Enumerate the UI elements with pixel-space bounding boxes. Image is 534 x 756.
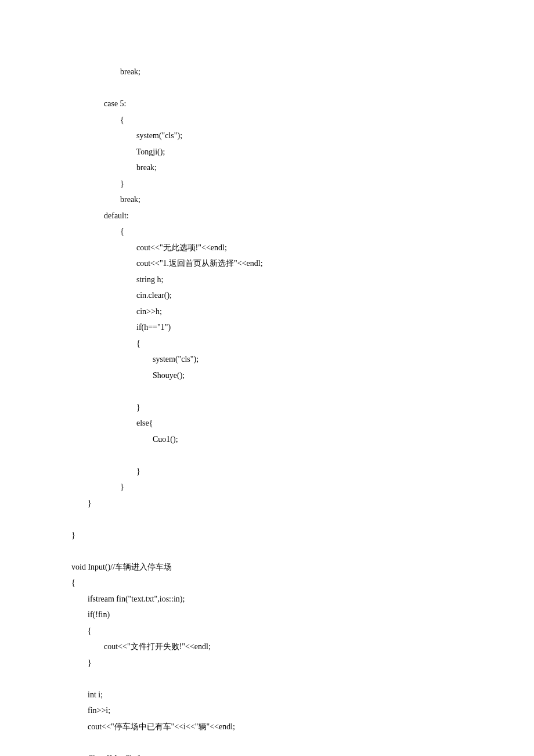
code-line: break; [71, 192, 534, 208]
code-line: if(!fin) [71, 607, 534, 623]
code-line: cout<<"停车场中已有车"<<i<<"辆"<<endl; [71, 719, 534, 735]
code-line: system("cls"); [71, 351, 534, 368]
code-line: } [71, 527, 534, 543]
code-line: } [71, 655, 534, 671]
code-line [71, 671, 534, 687]
code-line [71, 447, 534, 463]
code-line: cin.clear(); [71, 287, 534, 304]
code-line: fin>>i; [71, 703, 534, 719]
code-line [71, 383, 534, 399]
code-line: if(h=="1") [71, 319, 534, 336]
code-line: } [71, 479, 534, 495]
code-line: { [71, 575, 534, 591]
code-line: system("cls"); [71, 128, 534, 144]
code-line: cin>>h; [71, 304, 534, 320]
code-line: Che p[MaxChe]; [71, 751, 534, 757]
code-line: break; [71, 160, 534, 176]
code-line [71, 80, 534, 96]
code-line: case 5: [71, 96, 534, 112]
code-line: else{ [71, 415, 534, 431]
code-line: { [71, 112, 534, 128]
code-block: break; case 5: { system("cls"); Tongji()… [71, 64, 534, 756]
code-line: break; [71, 64, 534, 80]
code-line: Tongji(); [71, 144, 534, 160]
code-line [71, 511, 534, 527]
code-line: } [71, 399, 534, 416]
code-page: break; case 5: { system("cls"); Tongji()… [0, 0, 534, 756]
code-line: default: [71, 208, 534, 224]
code-line: string h; [71, 272, 534, 288]
code-line: cout<<"文件打开失败!"<<endl; [71, 639, 534, 655]
code-line [71, 735, 534, 751]
code-line: ifstream fin("text.txt",ios::in); [71, 591, 534, 607]
code-line: { [71, 336, 534, 352]
code-line: cout<<"1.返回首页从新选择"<<endl; [71, 255, 534, 272]
code-line: } [71, 176, 534, 192]
code-line: cout<<"无此选项!"<<endl; [71, 240, 534, 256]
code-line: Cuo1(); [71, 431, 534, 448]
code-line [71, 543, 534, 559]
code-line: void Input()//车辆进入停车场 [71, 559, 534, 575]
code-line: } [71, 463, 534, 480]
code-line: Shouye(); [71, 368, 534, 384]
code-line: int i; [71, 687, 534, 703]
code-line: { [71, 224, 534, 240]
code-line: { [71, 623, 534, 639]
code-line: } [71, 495, 534, 512]
